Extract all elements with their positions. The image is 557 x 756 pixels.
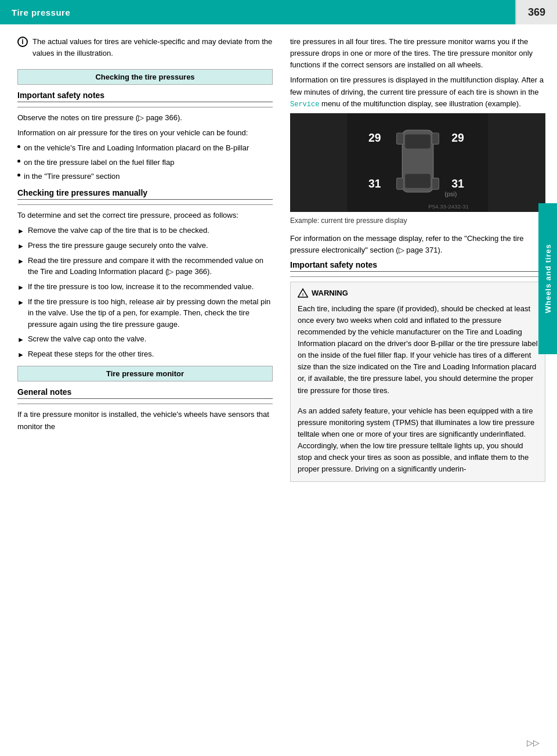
arrow-7: ► bbox=[17, 350, 24, 360]
side-tab-label: Wheels and tires bbox=[544, 244, 552, 313]
warning-triangle-icon: ! bbox=[298, 288, 308, 298]
step-item-3: ► Read the tire pressure and compare it … bbox=[17, 255, 273, 278]
arrow-6: ► bbox=[17, 334, 24, 345]
svg-rect-2 bbox=[405, 135, 431, 149]
step-item-7: ► Repeat these steps for the other tires… bbox=[17, 348, 273, 360]
svg-text:(psi): (psi) bbox=[444, 191, 457, 198]
bullet-item-2: on the tire pressure label on the fuel f… bbox=[17, 157, 273, 168]
right-safety-title: Important safety notes bbox=[290, 260, 545, 272]
bullet-dot-1 bbox=[17, 145, 20, 148]
service-highlight: Service bbox=[290, 100, 319, 109]
svg-text:31: 31 bbox=[368, 177, 381, 190]
right-column: tire pressures in all four tires. The ti… bbox=[284, 36, 557, 482]
bullet-dot-2 bbox=[17, 160, 20, 163]
info-note-box: i The actual values for tires are vehicl… bbox=[17, 36, 273, 59]
svg-text:P54.33-2432-31: P54.33-2432-31 bbox=[428, 203, 469, 210]
steps-list: ► Remove the valve cap of the tire that … bbox=[17, 225, 273, 361]
step-item-4: ► If the tire pressure is too low, incre… bbox=[17, 281, 273, 293]
bullet-item-3: in the "Tire pressure" section bbox=[17, 171, 273, 182]
right-intro-text2: Information on tire pressures is display… bbox=[290, 74, 545, 110]
svg-text:29: 29 bbox=[451, 131, 464, 144]
tire-pressure-display: 29 29 31 31 (psi) P54.33-2432-31 bbox=[290, 113, 545, 212]
svg-text:29: 29 bbox=[368, 131, 381, 144]
page-footer: ▷▷ bbox=[527, 738, 540, 747]
divider4 bbox=[290, 276, 545, 277]
warning-header: ! WARNING bbox=[298, 288, 538, 298]
svg-rect-7 bbox=[432, 178, 439, 189]
svg-rect-3 bbox=[405, 174, 431, 188]
info-icon: i bbox=[17, 37, 28, 47]
svg-text:!: ! bbox=[302, 291, 304, 297]
step-item-6: ► Screw the valve cap onto the valve. bbox=[17, 333, 273, 345]
image-caption: Example: current tire pressure display bbox=[290, 217, 545, 225]
step-item-2: ► Press the tire pressure gauge securely… bbox=[17, 240, 273, 251]
svg-rect-5 bbox=[432, 133, 439, 144]
side-tab-container: Wheels and tires bbox=[538, 203, 557, 354]
svg-text:31: 31 bbox=[451, 177, 464, 190]
arrow-2: ► bbox=[17, 241, 24, 251]
general-notes-title: General notes bbox=[17, 387, 273, 399]
main-content: i The actual values for tires are vehicl… bbox=[0, 24, 557, 482]
arrow-4: ► bbox=[17, 282, 24, 293]
warning-text2: As an added safety feature, your vehicle… bbox=[298, 405, 538, 476]
section1-header: Checking the tire pressures bbox=[17, 69, 273, 85]
step-item-1: ► Remove the valve cap of the tire that … bbox=[17, 225, 273, 236]
warning-box: ! WARNING Each tire, including the spare… bbox=[290, 282, 545, 482]
safety-body1: Observe the notes on tire pressure (▷ pa… bbox=[17, 112, 273, 124]
warning-text1: Each tire, including the spare (if provi… bbox=[298, 303, 538, 397]
header-title: Tire pressure bbox=[12, 8, 70, 17]
arrow-3: ► bbox=[17, 256, 24, 267]
safety-bullet-list: on the vehicle's Tire and Loading Inform… bbox=[17, 142, 273, 182]
subsection2-title: Checking tire pressures manually bbox=[17, 188, 273, 200]
section2-header: Tire pressure monitor bbox=[17, 366, 273, 381]
bullet-item-1: on the vehicle's Tire and Loading Inform… bbox=[17, 142, 273, 154]
bullet-dot-3 bbox=[17, 174, 20, 177]
more-text: For information on the message display, … bbox=[290, 233, 545, 256]
right-intro-text1: tire pressures in all four tires. The ti… bbox=[290, 36, 545, 71]
svg-rect-4 bbox=[397, 133, 404, 144]
divider1 bbox=[17, 107, 273, 107]
general-notes-body: If a tire pressure monitor is installed,… bbox=[17, 409, 273, 432]
warning-label: WARNING bbox=[312, 289, 348, 297]
car-silhouette: 29 29 31 31 (psi) P54.33-2432-31 bbox=[290, 113, 545, 212]
safety-body2: Information on air pressure for the tire… bbox=[17, 127, 273, 139]
step-item-5: ► If the tire pressure is too high, rele… bbox=[17, 296, 273, 330]
info-note-text: The actual values for tires are vehicle-… bbox=[32, 36, 273, 59]
left-column: i The actual values for tires are vehicl… bbox=[0, 36, 284, 482]
tire-pressure-image: 29 29 31 31 (psi) P54.33-2432-31 bbox=[290, 113, 545, 212]
arrow-5: ► bbox=[17, 297, 24, 308]
side-tab: Wheels and tires bbox=[538, 203, 557, 354]
header-bar: Tire pressure 369 bbox=[0, 0, 557, 24]
svg-rect-6 bbox=[397, 178, 404, 189]
divider3 bbox=[17, 404, 273, 404]
arrow-1: ► bbox=[17, 226, 24, 236]
divider2 bbox=[17, 204, 273, 205]
subsection1-title: Important safety notes bbox=[17, 91, 273, 102]
manual-body: To determine and set the correct tire pr… bbox=[17, 210, 273, 221]
header-page-number: 369 bbox=[515, 0, 557, 24]
header-teal-bg: Tire pressure bbox=[0, 0, 515, 24]
